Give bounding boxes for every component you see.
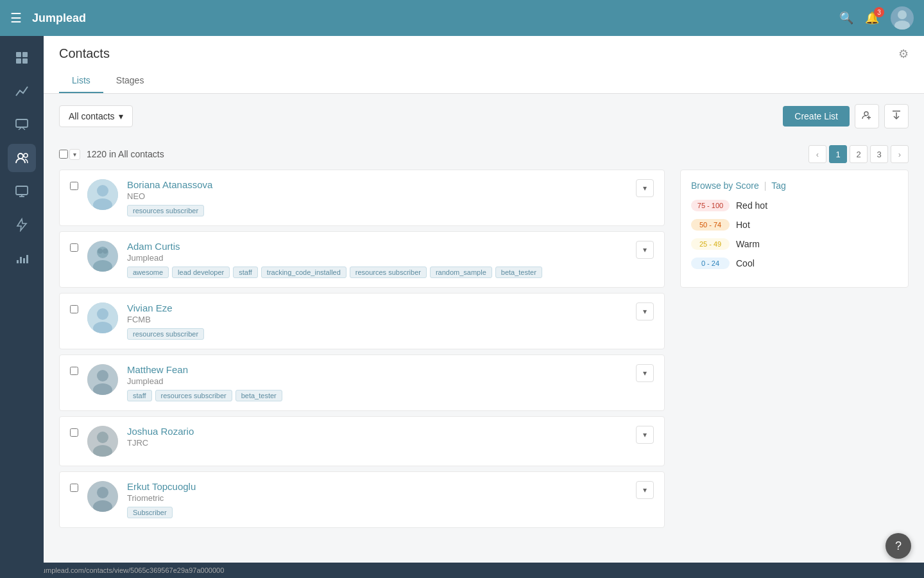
svg-rect-5 xyxy=(22,58,28,64)
notification-icon[interactable]: 🔔 3 xyxy=(865,11,879,25)
contact-checkbox-4[interactable] xyxy=(70,367,78,375)
contact-name-5[interactable]: Joshua Rozario xyxy=(127,426,627,437)
contact-checkbox-2[interactable] xyxy=(70,243,78,252)
score-badge-hot[interactable]: 50 - 74 xyxy=(691,219,730,231)
tag-link[interactable]: Tag xyxy=(771,180,786,191)
pagination: ‹ 1 2 3 › xyxy=(809,145,909,163)
contact-info-3: Vivian Eze FCMB resources subscriber xyxy=(127,302,627,340)
score-badge-warm[interactable]: 25 - 49 xyxy=(691,238,730,250)
divider: | xyxy=(764,180,769,191)
contact-info-5: Joshua Rozario TJRC xyxy=(127,426,627,451)
contact-company-4: Jumplead xyxy=(127,376,627,386)
contact-avatar-2 xyxy=(87,241,118,272)
browse-by-label: Browse by xyxy=(691,180,735,191)
contact-checkbox-5[interactable] xyxy=(70,428,78,437)
help-button[interactable]: ? xyxy=(886,533,911,559)
contact-name-2[interactable]: Adam Curtis xyxy=(127,241,627,252)
contact-avatar-6 xyxy=(87,481,118,512)
create-list-button[interactable]: Create List xyxy=(783,106,850,127)
contacts-bar: ▾ 1220 in All contacts ‹ 1 2 3 › xyxy=(44,139,924,170)
toolbar-right: Create List xyxy=(783,104,909,128)
contact-tags-2: awesome lead developer staff tracking_co… xyxy=(127,267,627,278)
svg-rect-15 xyxy=(26,255,28,263)
tag[interactable]: resources subscriber xyxy=(127,205,204,216)
contact-tags-3: resources subscriber xyxy=(127,328,627,340)
svg-rect-14 xyxy=(23,258,25,263)
pagination-next[interactable]: › xyxy=(891,145,909,163)
pagination-page-3[interactable]: 3 xyxy=(870,145,888,163)
svg-rect-12 xyxy=(17,260,19,263)
sidebar-item-monitor[interactable] xyxy=(8,177,36,206)
avatar[interactable] xyxy=(891,6,914,30)
tag[interactable]: lead developer xyxy=(172,267,230,278)
pagination-prev[interactable]: ‹ xyxy=(809,145,826,163)
export-button[interactable] xyxy=(884,104,909,128)
svg-point-28 xyxy=(103,249,108,254)
tab-lists[interactable]: Lists xyxy=(59,69,103,93)
contact-name-1[interactable]: Boriana Atanassova xyxy=(127,179,627,190)
tag[interactable]: tracking_code_installed xyxy=(261,267,346,278)
tag[interactable]: Subscriber xyxy=(127,507,173,518)
score-label-cool: Cool xyxy=(736,258,755,268)
pagination-page-1[interactable]: 1 xyxy=(829,145,847,163)
contact-avatar-3 xyxy=(87,302,118,333)
sidebar-item-conversations[interactable] xyxy=(8,110,36,139)
tag[interactable]: beta_tester xyxy=(235,390,282,401)
svg-point-1 xyxy=(894,21,910,30)
app-logo: Jumplead xyxy=(32,12,839,25)
avatar-image xyxy=(891,6,914,30)
sidebar-item-automation[interactable] xyxy=(8,211,36,239)
contact-checkbox-3[interactable] xyxy=(70,305,78,313)
sidebar-item-reports[interactable] xyxy=(8,244,36,272)
contact-action-5[interactable]: ▾ xyxy=(636,426,654,444)
svg-point-39 xyxy=(97,487,108,498)
contact-info-4: Matthew Fean Jumplead staff resources su… xyxy=(127,364,627,401)
tag[interactable]: awesome xyxy=(127,267,169,278)
tag[interactable]: random_sample xyxy=(430,267,492,278)
contact-tags-4: staff resources subscriber beta_tester xyxy=(127,390,627,401)
svg-point-7 xyxy=(18,153,23,159)
contact-action-6[interactable]: ▾ xyxy=(636,481,654,499)
tag[interactable]: staff xyxy=(127,390,152,401)
contact-action-1[interactable]: ▾ xyxy=(636,179,654,197)
score-badge-cool[interactable]: 0 - 24 xyxy=(691,258,730,269)
tag[interactable]: staff xyxy=(233,267,258,278)
pagination-page-2[interactable]: 2 xyxy=(850,145,868,163)
tag[interactable]: beta_tester xyxy=(495,267,542,278)
assign-contacts-button[interactable] xyxy=(855,104,879,128)
all-contacts-dropdown[interactable]: All contacts ▾ xyxy=(59,105,133,127)
score-item-cool: 0 - 24 Cool xyxy=(691,258,898,269)
sidebar-item-contacts[interactable] xyxy=(8,144,36,172)
tag[interactable]: resources subscriber xyxy=(127,328,204,340)
sidebar-item-analytics[interactable] xyxy=(8,77,36,105)
table-row: Joshua Rozario TJRC ▾ xyxy=(59,416,665,466)
contact-checkbox-6[interactable] xyxy=(70,484,78,492)
contact-action-4[interactable]: ▾ xyxy=(636,364,654,382)
tag[interactable]: resources subscriber xyxy=(350,267,427,278)
score-label-hot: Hot xyxy=(736,220,750,230)
score-badge-redhot[interactable]: 75 - 100 xyxy=(691,200,730,211)
search-icon[interactable]: 🔍 xyxy=(839,11,853,25)
contact-name-3[interactable]: Vivian Eze xyxy=(127,302,627,313)
sidebar xyxy=(0,36,44,578)
settings-icon[interactable]: ⚙ xyxy=(898,47,909,61)
svg-rect-9 xyxy=(16,186,28,195)
notification-badge: 3 xyxy=(874,7,884,17)
contact-tags-1: resources subscriber xyxy=(127,205,627,216)
tab-stages[interactable]: Stages xyxy=(103,69,157,93)
tag[interactable]: resources subscriber xyxy=(155,390,232,401)
contact-checkbox-1[interactable] xyxy=(70,182,78,190)
contact-name-6[interactable]: Erkut Topcuoglu xyxy=(127,481,627,492)
contact-action-2[interactable]: ▾ xyxy=(636,241,654,259)
menu-icon[interactable]: ☰ xyxy=(10,10,22,26)
contact-name-4[interactable]: Matthew Fean xyxy=(127,364,627,375)
contact-action-3[interactable]: ▾ xyxy=(636,302,654,320)
sidebar-item-dashboard[interactable] xyxy=(8,44,36,72)
topbar-icons: 🔍 🔔 3 xyxy=(839,6,914,30)
select-all-checkbox[interactable] xyxy=(59,150,68,159)
checkbox-dropdown[interactable]: ▾ xyxy=(69,149,80,160)
score-item-redhot: 75 - 100 Red hot xyxy=(691,200,898,211)
score-link[interactable]: Score xyxy=(735,180,759,191)
svg-rect-3 xyxy=(22,52,28,57)
topbar: ☰ Jumplead 🔍 🔔 3 xyxy=(0,0,924,36)
